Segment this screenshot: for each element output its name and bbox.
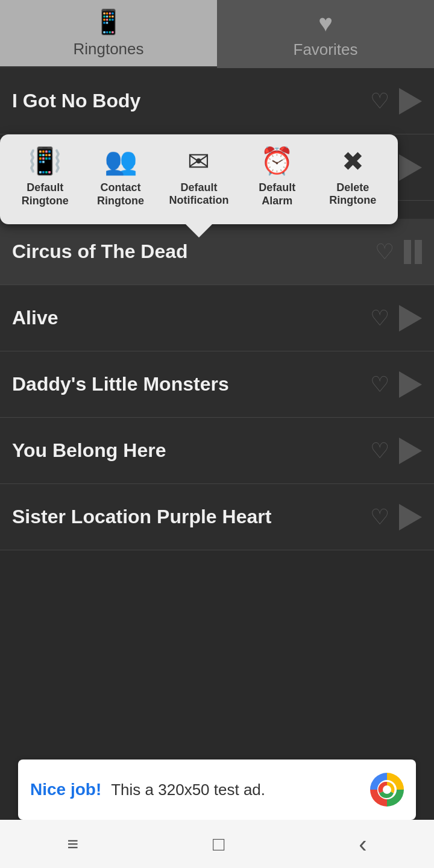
ad-text: This a 320x50 test ad. bbox=[111, 781, 360, 799]
phone-vibrate-icon: 📳 bbox=[28, 145, 61, 177]
context-menu-overlay: Left Behind ♡ 📳 DefaultRingtone 👥 Contac… bbox=[0, 134, 434, 201]
back-button[interactable]: ‹ bbox=[359, 831, 366, 858]
favorite-button[interactable]: ♡ bbox=[370, 440, 389, 462]
favorite-button[interactable]: ♡ bbox=[370, 307, 389, 329]
ad-logo bbox=[370, 773, 404, 807]
tab-bar: 📱 Ringtones ♥ Favorites bbox=[0, 0, 434, 68]
play-button[interactable] bbox=[399, 504, 422, 530]
list-item: Sister Location Purple Heart ♡ bbox=[0, 484, 434, 550]
contact-ringtone-button[interactable]: 👥 ContactRingtone bbox=[93, 145, 148, 207]
play-button[interactable] bbox=[399, 154, 422, 181]
default-notification-label: DefaultNotification bbox=[169, 181, 228, 207]
row-actions: ♡ bbox=[370, 371, 422, 398]
song-title: Alive bbox=[12, 307, 370, 329]
song-title: You Belong Here bbox=[12, 439, 370, 462]
play-button[interactable] bbox=[399, 305, 422, 332]
song-title: Circus of The Dead bbox=[12, 241, 375, 263]
list-item: Daddy's Little Monsters ♡ bbox=[0, 351, 434, 418]
list-item: Circus of The Dead ♡ bbox=[0, 219, 434, 285]
favorite-button[interactable]: ♡ bbox=[370, 374, 389, 395]
delete-icon: ✖ bbox=[342, 146, 364, 177]
play-button[interactable] bbox=[399, 88, 422, 115]
heart-filled-icon: ♥ bbox=[318, 10, 333, 37]
ad-banner[interactable]: Nice job! This a 320x50 test ad. bbox=[18, 760, 416, 820]
alarm-icon: ⏰ bbox=[260, 145, 294, 177]
play-button[interactable] bbox=[399, 371, 422, 398]
default-alarm-label: DefaultAlarm bbox=[259, 181, 295, 207]
song-title: I Got No Body bbox=[12, 90, 370, 112]
row-actions: ♡ bbox=[375, 240, 422, 264]
ad-highlight: Nice job! bbox=[30, 780, 101, 799]
favorite-button[interactable]: ♡ bbox=[370, 90, 389, 112]
phone-icon: 📱 bbox=[93, 8, 124, 36]
pause-button[interactable] bbox=[404, 240, 422, 264]
delete-ringtone-label: DeleteRingtone bbox=[329, 181, 376, 207]
contact-ringtone-label: ContactRingtone bbox=[97, 181, 144, 207]
default-alarm-button[interactable]: ⏰ DefaultAlarm bbox=[250, 145, 304, 207]
menu-button[interactable]: ≡ bbox=[67, 833, 78, 855]
list-item: Alive ♡ bbox=[0, 285, 434, 351]
tab-ringtones-label: Ringtones bbox=[73, 40, 143, 58]
default-ringtone-label: DefaultRingtone bbox=[22, 181, 69, 207]
context-popup: 📳 DefaultRingtone 👥 ContactRingtone ✉ De… bbox=[0, 134, 398, 224]
list-item: I Got No Body ♡ bbox=[0, 68, 434, 134]
notification-icon: ✉ bbox=[187, 146, 210, 177]
favorite-button[interactable]: ♡ bbox=[370, 506, 389, 528]
tab-favorites[interactable]: ♥ Favorites bbox=[217, 0, 434, 68]
svg-point-1 bbox=[383, 785, 391, 794]
row-actions: ♡ bbox=[370, 305, 422, 332]
delete-ringtone-button[interactable]: ✖ DeleteRingtone bbox=[326, 146, 380, 207]
tab-ringtones[interactable]: 📱 Ringtones bbox=[0, 0, 217, 68]
play-button[interactable] bbox=[399, 438, 422, 464]
nav-bar: ≡ □ ‹ bbox=[0, 820, 434, 868]
favorite-button[interactable]: ♡ bbox=[375, 241, 394, 263]
row-actions: ♡ bbox=[370, 88, 422, 115]
row-actions: ♡ bbox=[370, 504, 422, 530]
tab-favorites-label: Favorites bbox=[294, 40, 358, 59]
song-title: Daddy's Little Monsters bbox=[12, 373, 370, 395]
home-button[interactable]: □ bbox=[213, 833, 224, 855]
song-title: Sister Location Purple Heart bbox=[12, 506, 370, 528]
default-ringtone-button[interactable]: 📳 DefaultRingtone bbox=[18, 145, 72, 207]
contacts-icon: 👥 bbox=[104, 145, 137, 177]
default-notification-button[interactable]: ✉ DefaultNotification bbox=[169, 146, 228, 207]
row-actions: ♡ bbox=[370, 438, 422, 464]
list-item: You Belong Here ♡ bbox=[0, 418, 434, 484]
